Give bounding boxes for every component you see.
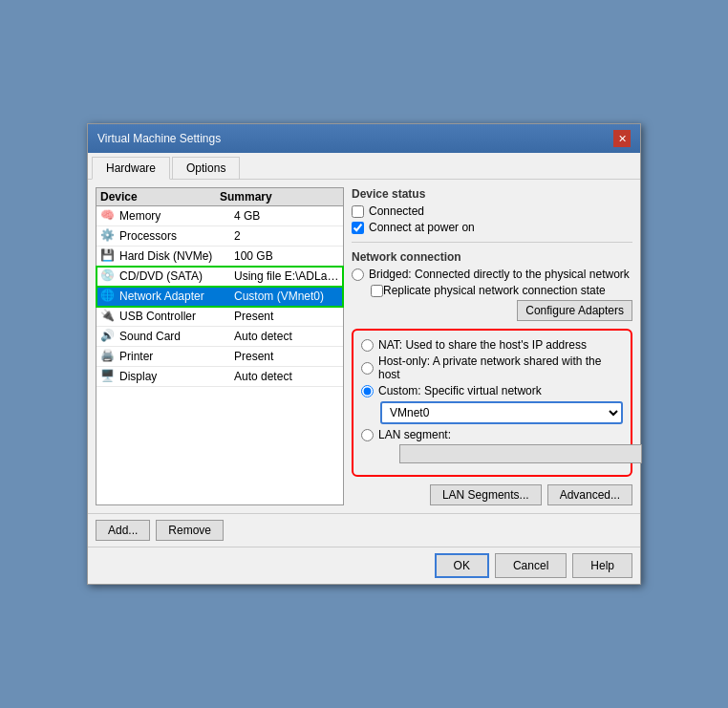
- radio-hostonly[interactable]: [361, 362, 374, 375]
- replicate-checkbox[interactable]: [371, 285, 383, 297]
- tab-options[interactable]: Options: [172, 157, 240, 179]
- window-title: Virtual Machine Settings: [97, 132, 221, 145]
- device-name-network: Network Adapter: [119, 290, 234, 303]
- device-row-usb[interactable]: 🔌 USB Controller Present: [96, 307, 343, 327]
- device-name-memory: Memory: [119, 209, 234, 223]
- summary-column-header: Summary: [220, 190, 339, 204]
- bottom-right-buttons: LAN Segments... Advanced...: [352, 484, 632, 505]
- radio-custom-label: Custom: Specific virtual network: [378, 384, 542, 397]
- device-name-processors: Processors: [119, 229, 234, 243]
- dialog-buttons: OK Cancel Help: [88, 547, 640, 584]
- device-row-harddisk[interactable]: 💾 Hard Disk (NVMe) 100 GB: [96, 247, 343, 267]
- tab-hardware[interactable]: Hardware: [92, 157, 170, 180]
- device-status-label: Device status: [352, 187, 632, 201]
- radio-nat[interactable]: [361, 339, 374, 352]
- device-name-soundcard: Sound Card: [119, 330, 234, 343]
- device-summary-network: Custom (VMnet0): [234, 290, 339, 303]
- connect-power-checkbox[interactable]: [352, 222, 364, 234]
- connected-label: Connected: [369, 204, 424, 218]
- device-summary-cddvd: Using file E:\ADLab\19044.1...: [234, 269, 339, 283]
- device-row-network[interactable]: 🌐 Network Adapter Custom (VMnet0): [96, 287, 343, 307]
- tab-bar: Hardware Options: [88, 153, 640, 180]
- device-summary-printer: Present: [234, 350, 339, 363]
- advanced-button[interactable]: Advanced...: [547, 484, 632, 505]
- radio-bridged[interactable]: [352, 268, 364, 281]
- printer-icon: 🖨️: [100, 349, 116, 364]
- device-name-printer: Printer: [119, 350, 234, 363]
- processor-icon: ⚙️: [100, 228, 116, 244]
- device-row-soundcard[interactable]: 🔊 Sound Card Auto detect: [96, 327, 343, 347]
- radio-hostonly-label: Host-only: A private network shared with…: [378, 354, 623, 381]
- device-summary-soundcard: Auto detect: [234, 330, 339, 343]
- device-summary-processors: 2: [234, 229, 339, 243]
- lan-segment-input[interactable]: [399, 444, 642, 463]
- divider-1: [352, 242, 632, 243]
- network-connection-label: Network connection: [352, 250, 632, 264]
- device-row-display[interactable]: 🖥️ Display Auto detect: [96, 367, 343, 387]
- device-row-memory[interactable]: 🧠 Memory 4 GB: [96, 206, 343, 226]
- device-list-panel: Device Summary 🧠 Memory 4 GB ⚙️ Processo…: [96, 187, 344, 505]
- radio-custom[interactable]: [361, 385, 374, 397]
- title-bar: Virtual Machine Settings ✕: [88, 124, 640, 153]
- lan-segments-button[interactable]: LAN Segments...: [430, 484, 542, 505]
- main-content: Device Summary 🧠 Memory 4 GB ⚙️ Processo…: [88, 180, 640, 513]
- device-summary-harddisk: 100 GB: [234, 249, 339, 263]
- radio-custom-row: Custom: Specific virtual network: [361, 384, 623, 397]
- usb-icon: 🔌: [100, 309, 116, 324]
- sound-icon: 🔊: [100, 329, 116, 344]
- radio-bridged-row: Bridged: Connected directly to the physi…: [352, 268, 632, 281]
- radio-lan[interactable]: [361, 429, 374, 441]
- radio-lan-row: LAN segment:: [361, 428, 623, 441]
- connect-power-row: Connect at power on: [352, 221, 632, 234]
- vmnet-select[interactable]: VMnet0: [380, 401, 623, 424]
- device-summary-memory: 4 GB: [234, 209, 339, 223]
- memory-icon: 🧠: [100, 208, 116, 224]
- bottom-panel: Add... Remove: [88, 513, 640, 547]
- add-remove-buttons: Add... Remove: [96, 520, 224, 541]
- harddisk-icon: 💾: [100, 248, 116, 264]
- network-icon: 🌐: [100, 289, 116, 304]
- virtual-machine-settings-dialog: Virtual Machine Settings ✕ Hardware Opti…: [87, 123, 641, 585]
- radio-hostonly-row: Host-only: A private network shared with…: [361, 354, 623, 381]
- radio-nat-row: NAT: Used to share the host's IP address: [361, 338, 623, 352]
- cddvd-icon: 💿: [100, 268, 116, 284]
- radio-bridged-label: Bridged: Connected directly to the physi…: [369, 268, 630, 281]
- device-table-header: Device Summary: [96, 188, 343, 206]
- connected-checkbox[interactable]: [352, 205, 364, 218]
- replicate-label: Replicate physical network connection st…: [383, 284, 606, 297]
- right-panel: Device status Connected Connect at power…: [352, 187, 632, 505]
- device-summary-usb: Present: [234, 310, 339, 323]
- device-name-display: Display: [119, 370, 234, 383]
- device-summary-display: Auto detect: [234, 370, 339, 383]
- remove-button[interactable]: Remove: [156, 520, 224, 541]
- display-icon: 🖥️: [100, 369, 116, 384]
- add-button[interactable]: Add...: [96, 520, 150, 541]
- network-options-section: NAT: Used to share the host's IP address…: [352, 329, 632, 477]
- device-column-header: Device: [100, 190, 220, 204]
- cancel-button[interactable]: Cancel: [495, 553, 567, 578]
- connected-row: Connected: [352, 204, 632, 218]
- device-row-cddvd[interactable]: 💿 CD/DVD (SATA) Using file E:\ADLab\1904…: [96, 267, 343, 287]
- replicate-row: Replicate physical network connection st…: [371, 284, 632, 297]
- help-button[interactable]: Help: [572, 553, 632, 578]
- close-button[interactable]: ✕: [613, 130, 631, 147]
- configure-adapters-button[interactable]: Configure Adapters: [517, 300, 632, 321]
- device-name-cddvd: CD/DVD (SATA): [119, 269, 234, 283]
- radio-nat-label: NAT: Used to share the host's IP address: [378, 338, 587, 352]
- connect-power-label: Connect at power on: [369, 221, 475, 234]
- device-name-harddisk: Hard Disk (NVMe): [119, 249, 234, 263]
- device-row-processors[interactable]: ⚙️ Processors 2: [96, 226, 343, 247]
- radio-lan-label: LAN segment:: [378, 428, 451, 441]
- vmnet-dropdown-row: VMnet0: [380, 401, 623, 424]
- device-name-usb: USB Controller: [119, 310, 234, 323]
- ok-button[interactable]: OK: [435, 553, 489, 578]
- device-row-printer[interactable]: 🖨️ Printer Present: [96, 347, 343, 367]
